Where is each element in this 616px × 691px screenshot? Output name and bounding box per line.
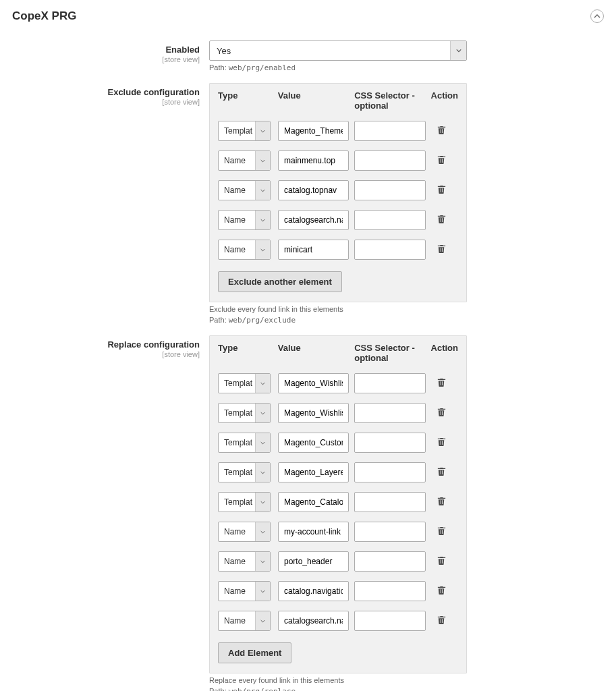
replace-type-select[interactable]: Templat — [218, 433, 271, 453]
enabled-path: Path: web/prg/enabled — [209, 63, 467, 72]
chevron-down-icon — [255, 552, 270, 571]
exclude-value-input[interactable] — [278, 121, 349, 141]
trash-icon[interactable] — [437, 184, 447, 195]
col-header-type: Type — [218, 90, 278, 111]
exclude-value-input[interactable] — [278, 240, 349, 260]
table-row: Name — [210, 547, 466, 576]
chevron-down-icon — [255, 404, 270, 422]
chevron-down-icon — [255, 240, 270, 259]
trash-icon[interactable] — [437, 437, 447, 447]
trash-icon[interactable] — [437, 466, 447, 477]
exclude-type-select[interactable]: Name — [218, 240, 271, 260]
chevron-down-icon — [255, 211, 270, 229]
col-header-css: CSS Selector - optional — [354, 343, 430, 363]
replace-css-input[interactable] — [354, 433, 425, 453]
chevron-down-icon — [255, 181, 270, 200]
exclude-value-input[interactable] — [278, 180, 349, 200]
replace-label: Replace configuration — [12, 339, 200, 350]
trash-icon[interactable] — [437, 377, 447, 388]
table-row: Name — [210, 235, 466, 265]
chevron-down-icon — [255, 374, 270, 393]
chevron-down-icon — [450, 41, 466, 60]
exclude-type-select[interactable]: Name — [218, 180, 271, 200]
chevron-down-icon — [255, 121, 270, 140]
exclude-type-select[interactable]: Name — [218, 210, 271, 230]
replace-css-input[interactable] — [354, 581, 425, 601]
trash-icon[interactable] — [437, 407, 447, 418]
replace-path: Path: web/prg/replace — [209, 687, 467, 691]
collapse-toggle[interactable] — [590, 9, 604, 23]
replace-type-select[interactable]: Templat — [218, 403, 271, 423]
replace-css-input[interactable] — [354, 462, 425, 482]
replace-value-input[interactable] — [278, 611, 349, 631]
exclude-css-input[interactable] — [354, 150, 425, 171]
table-row: Templat — [210, 487, 466, 517]
replace-type-select[interactable]: Name — [218, 581, 271, 601]
scope-label: [store view] — [12, 55, 200, 63]
table-row: Templat — [210, 116, 466, 146]
exclude-grid: Type Value CSS Selector - optional Actio… — [209, 83, 467, 302]
replace-type-select[interactable]: Templat — [218, 492, 271, 512]
page-title: CopeX PRG — [12, 9, 76, 23]
trash-icon[interactable] — [437, 155, 447, 165]
replace-css-input[interactable] — [354, 522, 425, 542]
exclude-add-button[interactable]: Exclude another element — [218, 271, 342, 292]
replace-value-input[interactable] — [278, 522, 349, 542]
replace-value-input[interactable] — [278, 462, 349, 482]
exclude-css-input[interactable] — [354, 240, 425, 260]
exclude-css-input[interactable] — [354, 210, 425, 230]
enabled-select[interactable]: Yes — [209, 40, 467, 61]
chevron-up-icon — [594, 11, 600, 22]
exclude-type-select[interactable]: Templat — [218, 121, 271, 141]
replace-value-input[interactable] — [278, 492, 349, 512]
table-row: Templat — [210, 458, 466, 487]
exclude-type-select[interactable]: Name — [218, 150, 271, 171]
chevron-down-icon — [255, 463, 270, 482]
trash-icon[interactable] — [437, 555, 447, 566]
replace-type-select[interactable]: Templat — [218, 373, 271, 393]
scope-label: [store view] — [12, 350, 200, 358]
exclude-css-input[interactable] — [354, 180, 425, 200]
exclude-label: Exclude configuration — [12, 87, 200, 97]
replace-css-input[interactable] — [354, 551, 425, 572]
chevron-down-icon — [255, 493, 270, 512]
exclude-hint: Exclude every found link in this element… — [209, 305, 467, 313]
col-header-action: Action — [431, 343, 458, 363]
table-row: Name — [210, 606, 466, 636]
replace-css-input[interactable] — [354, 373, 425, 393]
replace-type-select[interactable]: Name — [218, 551, 271, 572]
trash-icon[interactable] — [437, 244, 447, 254]
replace-value-input[interactable] — [278, 433, 349, 453]
replace-css-input[interactable] — [354, 403, 425, 423]
trash-icon[interactable] — [437, 526, 447, 536]
replace-css-input[interactable] — [354, 611, 425, 631]
replace-value-input[interactable] — [278, 403, 349, 423]
replace-type-select[interactable]: Name — [218, 611, 271, 631]
chevron-down-icon — [255, 151, 270, 170]
chevron-down-icon — [255, 522, 270, 541]
replace-css-input[interactable] — [354, 492, 425, 512]
exclude-value-input[interactable] — [278, 150, 349, 171]
trash-icon[interactable] — [437, 496, 447, 507]
replace-grid: Type Value CSS Selector - optional Actio… — [209, 335, 467, 673]
replace-type-select[interactable]: Templat — [218, 462, 271, 482]
trash-icon[interactable] — [437, 125, 447, 136]
trash-icon[interactable] — [437, 615, 447, 626]
col-header-value: Value — [278, 343, 354, 363]
chevron-down-icon — [255, 611, 270, 630]
col-header-css: CSS Selector - optional — [354, 90, 430, 111]
replace-add-button[interactable]: Add Element — [218, 642, 291, 663]
scope-label: [store view] — [12, 98, 200, 106]
replace-value-input[interactable] — [278, 581, 349, 601]
trash-icon[interactable] — [437, 214, 447, 225]
col-header-value: Value — [278, 90, 354, 111]
table-row: Templat — [210, 398, 466, 428]
exclude-css-input[interactable] — [354, 121, 425, 141]
exclude-value-input[interactable] — [278, 210, 349, 230]
replace-type-select[interactable]: Name — [218, 522, 271, 542]
replace-value-input[interactable] — [278, 373, 349, 393]
replace-value-input[interactable] — [278, 551, 349, 572]
table-row: Templat — [210, 428, 466, 458]
trash-icon[interactable] — [437, 585, 447, 596]
replace-hint: Replace every found link in this element… — [209, 676, 467, 684]
